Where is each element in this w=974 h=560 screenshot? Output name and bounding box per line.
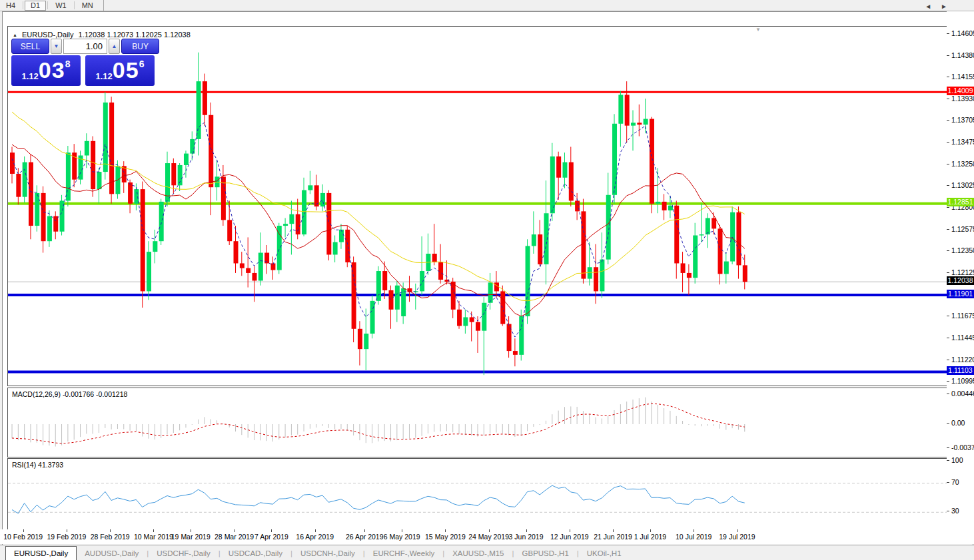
date-axis-tick <box>489 529 490 532</box>
date-axis-tick <box>650 529 651 532</box>
price-axis-tick <box>947 338 949 338</box>
date-axis-tick <box>271 529 272 532</box>
macd-axis-label: -0.003715 <box>951 443 974 451</box>
chart-window: ▲ EURUSD-,Daily 1.12038 1.12073 1.12025 … <box>2 11 973 545</box>
macd-signal-line <box>12 404 745 443</box>
rsi-axis-label: 70 <box>951 478 959 486</box>
mt4-terminal-window: H4D1W1MN ▲ EURUSD-,Daily 1.12038 1.12073… <box>0 0 974 560</box>
price-axis-tick <box>947 120 949 121</box>
date-axis-tick <box>613 529 614 532</box>
buy-button[interactable]: BUY <box>121 39 159 54</box>
buy-price-sup: 6 <box>139 59 145 69</box>
price-tick-label: 1.12575 <box>951 225 974 233</box>
price-chart-pane[interactable]: ▲ EURUSD-,Daily 1.12038 1.12073 1.12025 … <box>7 26 949 386</box>
date-axis-tick <box>364 529 365 532</box>
time-axis: 10 Feb 201919 Feb 201928 Feb 201910 Mar … <box>0 529 974 544</box>
chart-shift-marker-icon[interactable]: ▼ <box>755 27 761 33</box>
date-axis-tick <box>110 529 111 532</box>
chart-title: ▲ EURUSD-,Daily 1.12038 1.12073 1.12025 … <box>13 31 191 39</box>
buy-price-base: 1.12 <box>96 71 113 86</box>
price-axis-tick <box>947 360 949 360</box>
collapse-triangle-icon[interactable]: ▲ <box>13 33 17 37</box>
price-tick-label: 1.11675 <box>951 312 974 320</box>
date-axis-tick <box>402 529 402 532</box>
toolbar-separator <box>47 1 48 9</box>
price-axis-tick <box>947 77 949 77</box>
toolbar-separator <box>103 0 104 11</box>
price-tick-label: 1.14155 <box>951 73 974 81</box>
chart-tab-xauusd[interactable]: XAUUSD-,M15 <box>444 546 512 560</box>
chart-tab-usdcad[interactable]: USDCAD-,Daily <box>221 546 290 560</box>
date-axis-tick <box>315 529 316 532</box>
tab-scroll-left-icon[interactable]: ◄ <box>925 3 941 10</box>
level-price-badge: 1.11103 <box>947 366 974 375</box>
timeframe-button-h4[interactable]: H4 <box>0 1 21 11</box>
sell-price-display[interactable]: 1.12038 <box>11 55 81 86</box>
price-axis-tick <box>947 250 949 251</box>
rsi-axis-tick <box>947 460 949 461</box>
level-price-badge: 1.11901 <box>947 290 974 298</box>
date-axis-tick <box>737 529 737 532</box>
buy-price-display[interactable]: 1.12056 <box>85 55 155 86</box>
price-tick-label: 1.13475 <box>951 138 974 146</box>
price-axis-tick <box>947 164 949 164</box>
price-axis-tick <box>947 272 949 273</box>
price-axis-tick <box>947 55 949 56</box>
level-price-badge: 1.12851 <box>947 198 974 206</box>
toolbar-separator <box>23 1 23 9</box>
price-tick-label: 1.13025 <box>951 181 974 189</box>
buy-price-big: 05 <box>113 56 139 84</box>
price-tick-label: 1.10995 <box>951 377 974 385</box>
chart-tab-usdchf[interactable]: USDCHF-,Daily <box>149 546 219 560</box>
price-axis-tick <box>947 229 949 230</box>
price-axis-tick <box>947 185 949 186</box>
sell-button[interactable]: SELL <box>11 39 49 54</box>
timeframe-button-d1[interactable]: D1 <box>25 1 46 11</box>
date-axis-tick <box>526 529 527 532</box>
candlesticks <box>10 53 747 375</box>
chart-tab-ukoil[interactable]: UKOil-,H1 <box>579 546 630 560</box>
date-label: 19 Jul 2019 <box>712 533 762 541</box>
price-tick-label: 1.13930 <box>951 95 974 103</box>
date-axis-tick <box>191 529 191 532</box>
date-axis-tick <box>445 529 446 532</box>
macd-label: MACD(12,26,9) -0.001766 -0.001218 <box>12 390 127 398</box>
macd-svg <box>8 388 949 457</box>
volume-increase-button[interactable]: ▲ <box>109 39 120 54</box>
chart-tab-gbpusd[interactable]: GBPUSD-,H1 <box>514 546 577 560</box>
chart-tab-bar: EURUSD-,DailyAUDUSD-,Daily|USDCHF-,Daily… <box>0 545 974 560</box>
tab-scroll-right-icon[interactable]: ► <box>941 3 957 10</box>
one-click-trading-panel: SELL ▼ ▲ BUY 1.12038 1.12056 <box>11 39 159 86</box>
price-axis: 1.146051.143801.141551.139301.137051.134… <box>947 11 974 531</box>
price-tick-label: 1.13250 <box>951 160 974 168</box>
chart-tab-usdcnh[interactable]: USDCNH-,Daily <box>292 546 363 560</box>
timeframe-button-mn[interactable]: MN <box>76 1 99 11</box>
price-tick-label: 1.11220 <box>951 356 974 364</box>
fast-ma-line <box>12 123 745 337</box>
price-tick-label: 1.12125 <box>951 268 974 276</box>
volume-input[interactable] <box>63 39 107 54</box>
date-axis-tick <box>153 529 154 532</box>
timeframe-toolbar: H4D1W1MN <box>0 0 974 11</box>
timeframe-button-w1[interactable]: W1 <box>49 1 73 11</box>
macd-indicator-pane[interactable]: MACD(12,26,9) -0.001766 -0.001218 <box>7 388 949 457</box>
macd-axis-label: 0.004465 <box>951 390 974 398</box>
price-tick-label: 1.12350 <box>951 246 974 254</box>
chart-tab-audusd[interactable]: AUDUSD-,Daily <box>77 546 147 560</box>
date-label: 16 Apr 2019 <box>290 533 340 541</box>
date-axis-tick <box>23 529 24 532</box>
date-axis-tick <box>235 529 235 532</box>
price-tick-label: 1.11445 <box>951 334 974 342</box>
rsi-label: RSI(14) 41.3793 <box>12 461 63 469</box>
volume-decrease-button[interactable]: ▼ <box>51 39 62 54</box>
rsi-line <box>12 485 745 513</box>
rsi-axis-tick <box>947 511 949 511</box>
rsi-axis-label: 30 <box>951 507 959 515</box>
level-price-badge: 1.14009 <box>947 87 974 95</box>
sell-price-big: 03 <box>39 56 65 84</box>
sell-price-base: 1.12 <box>22 71 39 86</box>
chart-tab-eurusd[interactable]: EURUSD-,Daily <box>5 546 77 560</box>
price-tick-label: 1.13705 <box>951 116 974 124</box>
tab-scroll-arrows[interactable]: ◄► <box>925 3 957 10</box>
chart-tab-eurchf[interactable]: EURCHF-,Weekly <box>365 546 442 560</box>
